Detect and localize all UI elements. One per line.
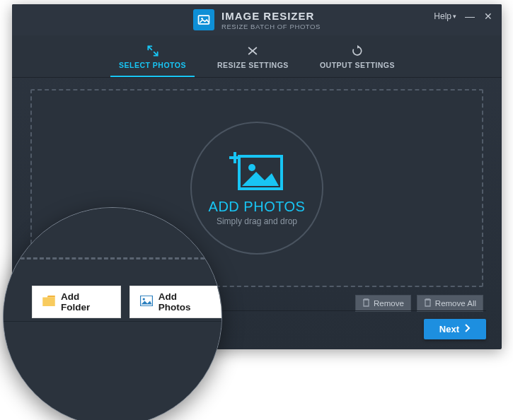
tab-label: SELECT PHOTOS: [119, 61, 186, 69]
add-photos-ring[interactable]: ADD PHOTOS Simply drag and drop: [190, 122, 323, 255]
help-label: Help: [434, 11, 451, 21]
tab-label: RESIZE SETTINGS: [217, 61, 289, 69]
step-tabs: SELECT PHOTOS RESIZE SETTINGS OUTPUT SET…: [12, 35, 502, 78]
magnifier-overlay: Add Folder Add Photos: [3, 207, 222, 420]
minimize-button[interactable]: —: [465, 11, 475, 21]
resize-handles-icon: [246, 43, 260, 59]
button-label: Remove: [374, 299, 404, 308]
trash-icon: [362, 298, 370, 308]
refresh-icon: [350, 43, 364, 59]
image-icon: [140, 296, 153, 308]
chevron-right-icon: [465, 324, 471, 334]
svg-point-3: [248, 164, 255, 171]
trash-icon: [424, 298, 432, 308]
add-folder-button-zoomed[interactable]: Add Folder: [32, 286, 121, 318]
button-label: Next: [439, 324, 459, 334]
button-label: Remove All: [435, 299, 476, 308]
tab-select-photos[interactable]: SELECT PHOTOS: [103, 35, 202, 77]
brand: IMAGE RESIZER RESIZE BATCH OF PHOTOS: [193, 9, 321, 30]
svg-point-9: [142, 298, 144, 300]
svg-rect-8: [140, 296, 153, 306]
divider: [3, 321, 222, 322]
app-title: IMAGE RESIZER: [221, 10, 321, 22]
app-logo-icon: [193, 9, 214, 30]
remove-all-button[interactable]: Remove All: [417, 295, 483, 312]
tab-resize-settings[interactable]: RESIZE SETTINGS: [202, 35, 304, 77]
expand-arrows-icon: [146, 43, 160, 59]
remove-button[interactable]: Remove: [355, 295, 411, 312]
help-menu[interactable]: Help ▾: [434, 11, 456, 21]
folder-icon: [42, 296, 55, 308]
titlebar: IMAGE RESIZER RESIZE BATCH OF PHOTOS Hel…: [12, 4, 502, 35]
add-photos-button-zoomed[interactable]: Add Photos: [129, 286, 221, 318]
tab-label: OUTPUT SETTINGS: [320, 61, 395, 69]
app-subtitle: RESIZE BATCH OF PHOTOS: [221, 23, 321, 30]
dashed-border-segment: [3, 257, 222, 259]
close-button[interactable]: ✕: [483, 11, 493, 21]
add-photos-title: ADD PHOTOS: [209, 199, 306, 215]
chevron-down-icon: ▾: [453, 13, 456, 20]
svg-rect-7: [42, 298, 55, 307]
add-image-icon: [229, 151, 284, 194]
button-label: Add Folder: [61, 291, 110, 313]
next-button[interactable]: Next: [424, 319, 486, 339]
add-photos-subtitle: Simply drag and drop: [217, 216, 297, 226]
tab-output-settings[interactable]: OUTPUT SETTINGS: [304, 35, 410, 77]
button-label: Add Photos: [158, 291, 211, 313]
